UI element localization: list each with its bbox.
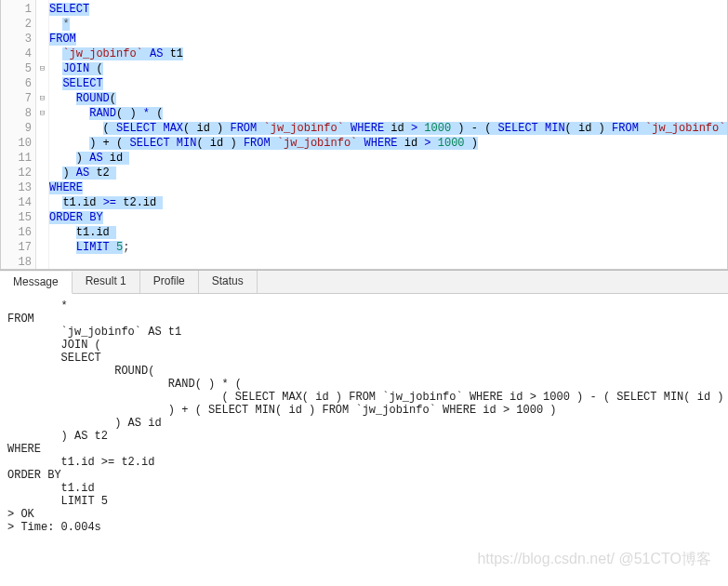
line-number: 13 — [1, 180, 35, 195]
code-line[interactable]: WHERE — [49, 180, 727, 195]
line-number: 4 — [1, 47, 35, 61]
line-number: 2 — [1, 17, 35, 32]
fold-toggle — [36, 32, 48, 47]
line-number: 7 — [1, 91, 35, 106]
code-line[interactable]: ) AS id — [49, 151, 727, 166]
tab-status[interactable]: Status — [199, 271, 258, 293]
code-line[interactable]: ROUND( — [49, 91, 727, 106]
fold-toggle — [36, 17, 48, 32]
line-number: 12 — [1, 166, 35, 180]
line-number: 17 — [1, 240, 35, 255]
line-number: 15 — [1, 210, 35, 225]
line-number: 11 — [1, 151, 35, 166]
code-line[interactable]: * — [49, 17, 727, 32]
code-line[interactable]: t1.id — [49, 225, 727, 240]
fold-toggle — [36, 47, 48, 61]
code-line[interactable]: SELECT — [49, 76, 727, 91]
code-content[interactable]: SELECT *FROM `jw_jobinfo` AS t1 JOIN ( S… — [49, 0, 727, 269]
code-line[interactable]: RAND( ) * ( — [49, 106, 727, 121]
line-number: 1 — [1, 2, 35, 17]
tab-message[interactable]: Message — [0, 272, 73, 294]
code-line[interactable]: JOIN ( — [49, 61, 727, 76]
fold-toggle — [36, 180, 48, 195]
line-number: 6 — [1, 76, 35, 91]
code-line[interactable]: `jw_jobinfo` AS t1 — [49, 47, 727, 61]
fold-toggle — [36, 255, 48, 270]
fold-toggle — [36, 240, 48, 255]
line-number: 8 — [1, 106, 35, 121]
fold-column: ⊟⊟⊟ — [36, 0, 49, 269]
fold-toggle — [36, 151, 48, 166]
line-number: 14 — [1, 195, 35, 210]
fold-toggle — [36, 195, 48, 210]
code-line[interactable]: ( SELECT MAX( id ) FROM `jw_jobinfo` WHE… — [49, 121, 727, 136]
tab-profile[interactable]: Profile — [140, 271, 199, 293]
line-number: 5 — [1, 61, 35, 76]
fold-toggle — [36, 121, 48, 136]
fold-toggle — [36, 210, 48, 225]
code-line[interactable] — [49, 255, 727, 269]
line-number: 10 — [1, 136, 35, 151]
line-number: 18 — [1, 255, 35, 270]
code-line[interactable]: ORDER BY — [49, 210, 727, 225]
fold-toggle[interactable]: ⊟ — [36, 106, 48, 121]
code-line[interactable]: t1.id >= t2.id — [49, 195, 727, 210]
code-line[interactable]: LIMIT 5; — [49, 240, 727, 255]
fold-toggle — [36, 2, 48, 17]
fold-toggle — [36, 225, 48, 240]
line-number: 9 — [1, 121, 35, 136]
tab-result-1[interactable]: Result 1 — [73, 271, 140, 293]
sql-editor[interactable]: 123456789101112131415161718 ⊟⊟⊟ SELECT *… — [0, 0, 728, 270]
code-line[interactable]: FROM — [49, 32, 727, 47]
code-line[interactable]: ) + ( SELECT MIN( id ) FROM `jw_jobinfo`… — [49, 136, 727, 151]
line-number: 3 — [1, 32, 35, 47]
fold-toggle — [36, 136, 48, 151]
fold-toggle[interactable]: ⊟ — [36, 61, 48, 76]
result-tabs: MessageResult 1ProfileStatus — [0, 270, 728, 294]
code-line[interactable]: ) AS t2 — [49, 166, 727, 180]
code-line[interactable]: SELECT — [49, 2, 727, 17]
fold-toggle — [36, 166, 48, 180]
fold-toggle[interactable]: ⊟ — [36, 91, 48, 106]
line-number-gutter: 123456789101112131415161718 — [1, 0, 36, 269]
fold-toggle — [36, 76, 48, 91]
line-number: 16 — [1, 225, 35, 240]
message-output[interactable]: * FROM `jw_jobinfo` AS t1 JOIN ( SELECT … — [0, 294, 728, 564]
